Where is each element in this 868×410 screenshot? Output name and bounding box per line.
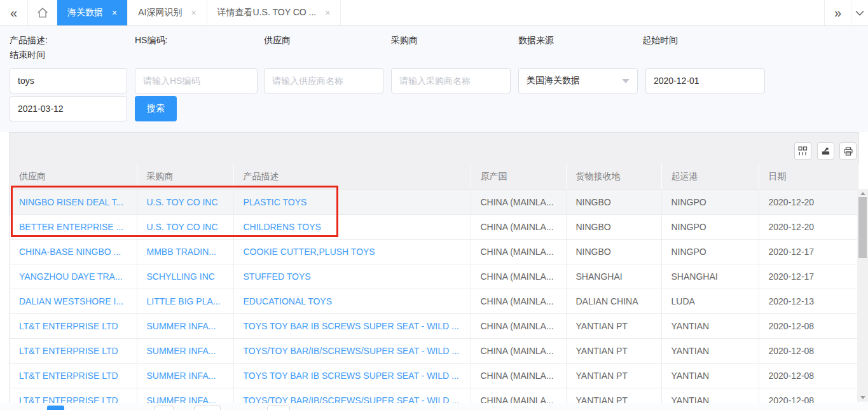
supplier-link[interactable]: CHINA-BASE NINGBO ...	[10, 239, 137, 264]
table-row[interactable]: DALIAN WESTSHORE I... LITTLE BIG PLA... …	[10, 289, 858, 313]
product-desc-link[interactable]: EDUCATIONAL TOYS	[233, 289, 471, 313]
data-source-label: 数据来源	[518, 35, 554, 46]
product-desc-link[interactable]: STUFFED TOYS	[233, 264, 471, 289]
receipt-place-cell: YANTIAN PT	[566, 313, 661, 338]
receipt-place-cell: DALIAN CHINA	[566, 289, 661, 313]
scroll-down-button[interactable]	[857, 393, 868, 402]
supplier-link[interactable]: LT&T ENTERPRISE LTD	[10, 363, 137, 388]
home-tab[interactable]	[28, 0, 57, 25]
chevron-down-icon	[855, 10, 864, 16]
supplier-link[interactable]: BETTER ENTERPRISE ...	[10, 214, 137, 239]
pagination-button[interactable]	[194, 406, 221, 410]
date-cell: 2020-12-20	[759, 189, 858, 214]
date-cell: 2020-12-13	[759, 289, 858, 313]
tab-detail-view[interactable]: 详情查看U.S. TOY CO ... ×	[207, 0, 341, 25]
buyer-link[interactable]: SUMMER INFA...	[137, 313, 233, 338]
tab-ai-deep-web[interactable]: AI深网识别 ×	[128, 0, 207, 25]
chevron-double-left-icon: «	[10, 6, 17, 20]
product-desc-link[interactable]: TOYS TOY BAR IB SCREWS SUPER SEAT - WILD…	[233, 313, 471, 338]
origin-country-cell: CHINA (MAINLA...	[471, 363, 566, 388]
loading-port-cell: LUDA	[661, 289, 759, 313]
supplier-label: 供应商	[264, 35, 291, 46]
header-product-desc: 产品描述	[233, 164, 471, 189]
origin-country-cell: CHINA (MAINLA...	[471, 189, 566, 214]
tab-customs-data[interactable]: 海关数据 ×	[57, 0, 128, 25]
export-icon	[821, 146, 830, 156]
table-row[interactable]: CHINA-BASE NINGBO ... MMBB TRADIN... COO…	[10, 239, 858, 264]
close-icon[interactable]: ×	[112, 8, 117, 18]
product-desc-link[interactable]: CHILDRENS TOYS	[233, 214, 471, 239]
buyer-link[interactable]: U.S. TOY CO INC	[137, 214, 233, 239]
loading-port-cell: YANTIAN	[661, 338, 759, 363]
origin-country-cell: CHINA (MAINLA...	[471, 264, 566, 289]
close-icon[interactable]: ×	[191, 8, 196, 18]
supplier-link[interactable]: NINGBO RISEN DEAL T...	[10, 189, 137, 214]
table-row[interactable]: LT&T ENTERPRISE LTD SUMMER INFA... TOYS …	[10, 363, 858, 388]
receipt-place-cell: SHANGHAI	[566, 264, 661, 289]
supplier-link[interactable]: YANGZHOU DAYE TRA...	[10, 264, 137, 289]
header-origin-country: 原产国	[471, 164, 566, 189]
expand-tabs-button[interactable]: »	[824, 0, 851, 25]
buyer-label: 采购商	[391, 35, 418, 46]
date-cell: 2020-12-17	[759, 264, 858, 289]
column-settings-icon	[798, 146, 808, 156]
origin-country-cell: CHINA (MAINLA...	[471, 289, 566, 313]
start-date-input[interactable]	[645, 68, 765, 93]
buyer-link[interactable]: SCHYLLING INC	[137, 264, 233, 289]
pagination-button[interactable]	[155, 406, 174, 410]
header-receipt-place: 货物接收地	[566, 164, 661, 189]
product-desc-link[interactable]: COOKIE CUTTER,PLUSH TOYS	[233, 239, 471, 264]
tab-label: 海关数据	[67, 7, 103, 18]
loading-port-cell: YANTIAN	[661, 363, 759, 388]
hs-code-input[interactable]	[135, 68, 258, 93]
export-button[interactable]	[817, 142, 834, 160]
product-desc-link[interactable]: PLASTIC TOYS	[233, 189, 471, 214]
receipt-place-cell: YANTIAN PT	[566, 363, 661, 388]
collapse-tabs-button[interactable]: «	[0, 0, 28, 25]
table-row[interactable]: YANGZHOU DAYE TRA... SCHYLLING INC STUFF…	[10, 264, 858, 289]
supplier-link[interactable]: LT&T ENTERPRISE LTD	[10, 313, 137, 338]
loading-port-cell: NINGPO	[661, 214, 759, 239]
product-desc-link[interactable]: TOYS/TOY BAR/IB/SCREWS/SUPER SEAT - WILD…	[233, 338, 471, 363]
date-cell: 2020-12-17	[759, 239, 858, 264]
tab-bar: « 海关数据 × AI深网识别 × 详情查看U.S. TOY CO ... × …	[0, 0, 868, 26]
pagination-active-page[interactable]	[47, 406, 64, 410]
tab-label: 详情查看U.S. TOY CO ...	[217, 7, 317, 18]
vertical-scrollbar[interactable]	[857, 189, 868, 402]
buyer-link[interactable]: SUMMER INFA...	[137, 338, 233, 363]
buyer-link[interactable]: MMBB TRADIN...	[137, 239, 233, 264]
home-icon	[36, 6, 50, 20]
buyer-link[interactable]: LITTLE BIG PLA...	[137, 289, 233, 313]
product-desc-link[interactable]: TOYS TOY BAR IB SCREWS SUPER SEAT - WILD…	[233, 363, 471, 388]
table-row[interactable]: BETTER ENTERPRISE ... U.S. TOY CO INC CH…	[10, 214, 858, 239]
supplier-link[interactable]: LT&T ENTERPRISE LTD	[10, 338, 137, 363]
print-button[interactable]	[839, 142, 857, 160]
column-settings-button[interactable]	[794, 142, 811, 160]
scrollbar-thumb[interactable]	[858, 197, 867, 258]
table-row[interactable]: NINGBO RISEN DEAL T... U.S. TOY CO INC P…	[10, 189, 858, 214]
table-row[interactable]: LT&T ENTERPRISE LTD SUMMER INFA... TOYS/…	[10, 338, 858, 363]
scroll-up-button[interactable]	[857, 189, 868, 198]
start-time-label: 起始时间	[642, 35, 678, 46]
buyer-input[interactable]	[391, 68, 511, 93]
header-supplier: 供应商	[10, 164, 137, 189]
loading-port-cell: SHANGHAI	[661, 264, 759, 289]
buyer-link[interactable]: SUMMER INFA...	[137, 363, 233, 388]
tab-menu-button[interactable]	[851, 0, 868, 25]
end-date-input[interactable]	[10, 96, 127, 121]
supplier-link[interactable]: DALIAN WESTSHORE I...	[10, 289, 137, 313]
pagination-button[interactable]	[267, 406, 290, 410]
data-source-select[interactable]: 美国海关数据	[518, 68, 638, 93]
close-icon[interactable]: ×	[325, 8, 330, 18]
table-row[interactable]: LT&T ENTERPRISE LTD SUMMER INFA... TOYS …	[10, 313, 858, 338]
data-source-value: 美国海关数据	[527, 75, 580, 86]
buyer-link[interactable]: U.S. TOY CO INC	[137, 189, 233, 214]
header-date: 日期	[759, 164, 858, 189]
search-button[interactable]: 搜索	[135, 96, 177, 121]
pagination-bar	[0, 403, 868, 410]
supplier-input[interactable]	[264, 68, 383, 93]
receipt-place-cell: NINGBO	[566, 189, 661, 214]
results-table: 供应商 采购商 产品描述 原产国 货物接收地 起运港 日期 NINGBO RIS…	[10, 164, 859, 410]
product-desc-input[interactable]	[10, 68, 127, 93]
receipt-place-cell: NINGBO	[566, 214, 661, 239]
